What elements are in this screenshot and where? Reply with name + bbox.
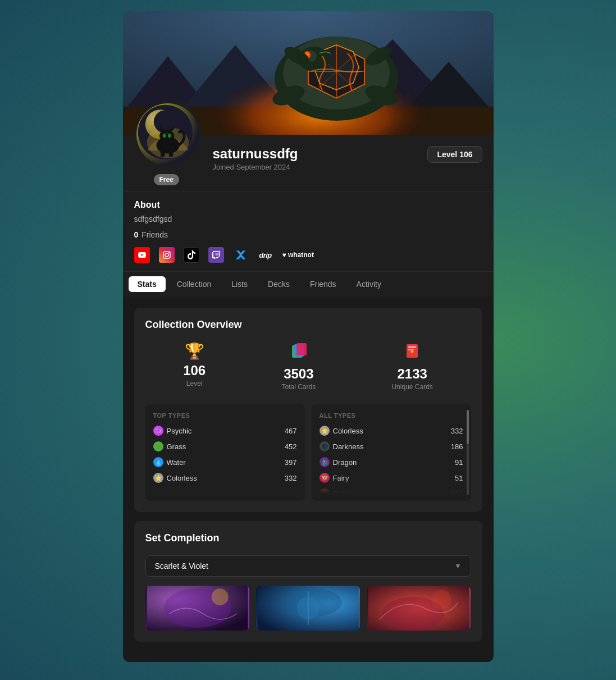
water-name: Water [167,458,186,467]
social-links: drip ♥ whatnot [134,247,482,263]
page-wrapper: Free saturnussdfg Joined September 2024 … [123,11,494,662]
stat-level: 🏆 106 Level [183,342,206,391]
all-types-title: ALL TYPES [320,412,463,419]
level-value: 106 [183,363,206,378]
type-row-water: 💧 Water 397 [153,457,297,467]
unique-icon [391,342,432,364]
stats-row: 🏆 106 Level 3503 Total Cards [145,342,471,391]
profile-info: saturnussdfg Joined September 2024 Level… [213,135,482,171]
avatar [134,101,202,168]
tab-collection[interactable]: Collection [168,276,220,292]
tier-badge: Free [154,174,179,185]
tiktok-icon[interactable] [184,247,199,263]
svg-rect-39 [296,343,307,355]
fairy-name: Fairy [333,474,349,482]
svg-point-35 [165,253,168,257]
svg-point-31 [168,134,171,138]
friends-label: Friends [142,230,168,239]
dragon-name: Dragon [333,458,357,467]
set-card-temporal[interactable]: Temporal Forces [256,586,360,631]
youtube-icon[interactable] [134,247,150,263]
all-type-row-dragon: 🐉 Dragon 91 [320,457,463,467]
svg-point-53 [431,590,451,610]
total-cards-label: Total Cards [281,383,316,391]
all-colorless-icon: ⭐ [320,426,330,436]
svg-rect-41 [408,346,416,348]
all-type-row-colorless: ⭐ Colorless 332 [320,426,463,436]
darkness-count: 186 [451,442,463,451]
scrollbar[interactable] [467,410,469,495]
stat-total-cards: 3503 Total Cards [281,342,316,391]
trophy-icon: 🏆 [183,342,206,360]
darkness-icon: 🌑 [320,441,330,451]
colorless-count: 332 [285,474,297,482]
tab-stats[interactable]: Stats [129,276,166,292]
svg-point-50 [296,597,319,619]
all-colorless-name: Colorless [333,427,363,435]
grass-count: 452 [285,442,297,451]
friends-count-value: 0 [134,230,139,239]
psychic-name: Psychic [167,427,192,435]
set-dropdown[interactable]: Scarlet & Violet ▼ [145,555,471,577]
fairy-count: 51 [455,474,463,482]
fighting-icon: 👊 [320,489,330,493]
cards-icon [281,342,316,364]
dragon-icon: 🐉 [320,457,330,467]
types-row: TOP TYPES 🔮 Psychic 467 🌿 Grass [145,404,471,501]
username: saturnussdfg [213,146,298,162]
whatnot-label: ♥ whatnot [282,251,314,259]
tab-lists[interactable]: Lists [222,276,257,292]
top-types-title: TOP TYPES [153,412,297,419]
type-row-grass: 🌿 Grass 452 [153,441,297,451]
about-text: sdfgsdfgsd [134,215,482,223]
grass-icon: 🌿 [153,441,163,451]
drip-icon[interactable]: drip [258,247,273,263]
all-types-box: ALL TYPES ⭐ Colorless 332 [312,404,471,501]
whatnot-icon[interactable]: ♥ whatnot [282,247,314,263]
svg-point-36 [168,252,170,253]
svg-point-30 [162,134,166,138]
tabs-bar: Stats Collection Lists Decks Friends Act… [123,271,494,296]
collection-overview-title: Collection Overview [145,319,471,331]
svg-point-17 [307,53,308,55]
colorless-icon: ⭐ [153,473,163,483]
all-types-inner[interactable]: ⭐ Colorless 332 🌑 Darkness 186 [320,426,463,493]
level-label: Level [183,380,206,387]
colorless-name: Colorless [167,474,197,482]
water-count: 397 [285,458,297,467]
tab-activity[interactable]: Activity [348,276,390,292]
set-card-paldean[interactable]: Paldean Fates [367,586,471,631]
all-type-row-darkness: 🌑 Darkness 186 [320,441,463,451]
psychic-icon: 🔮 [153,426,163,436]
tab-friends[interactable]: Friends [301,276,345,292]
svg-rect-32 [160,149,164,157]
set-completion-card: Set Completion Scarlet & Violet ▼ [134,521,482,642]
water-icon: 💧 [153,457,163,467]
chevron-down-icon: ▼ [455,562,462,570]
fighting-count: 326 [451,490,463,494]
svg-rect-42 [408,349,414,350]
instagram-icon[interactable] [159,247,175,263]
join-date: Joined September 2024 [213,163,298,171]
all-colorless-count: 332 [451,427,463,435]
unique-cards-label: Unique Cards [391,383,432,391]
svg-rect-33 [168,149,172,157]
svg-point-46 [211,588,228,605]
drip-label: drip [259,251,272,259]
collection-overview-card: Collection Overview 🏆 106 Level [134,308,482,512]
type-row-colorless: ⭐ Colorless 332 [153,473,297,483]
twitch-icon[interactable] [208,247,224,263]
set-card-twilight[interactable]: Twilight Masquerade [145,586,249,631]
twitter-icon[interactable] [233,247,249,263]
about-title: About [134,200,482,210]
fairy-icon: 🧚 [320,473,330,483]
dragon-count: 91 [455,458,463,467]
stat-unique-cards: 2133 Unique Cards [391,342,432,391]
fighting-name: Fighting [333,490,359,494]
friends-row: 0 Friends [134,230,482,239]
unique-cards-value: 2133 [391,366,432,382]
profile-section: Free saturnussdfg Joined September 2024 … [123,135,494,191]
all-type-row-fighting: 👊 Fighting 326 [320,489,463,493]
dropdown-label: Scarlet & Violet [155,562,208,571]
tab-decks[interactable]: Decks [259,276,299,292]
